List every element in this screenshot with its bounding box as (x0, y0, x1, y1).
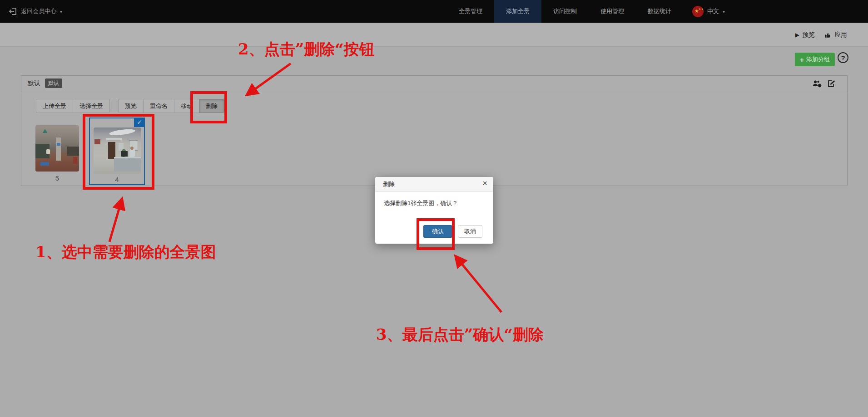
top-navbar: 返回会员中心 ▾ 全景管理 添加全景 访问控制 使用管理 数据统计 ★ ★★ 中… (0, 0, 868, 23)
main-nav: 全景管理 添加全景 访问控制 使用管理 数据统计 ★ ★★ 中文 ▾ (447, 0, 731, 23)
thumbnail-label: 4 (90, 176, 144, 183)
annotation-step1-text: 1、选中需要删除的全景图 (35, 242, 216, 263)
panorama-image-5[interactable] (35, 125, 79, 172)
play-icon: ▶ (795, 32, 799, 38)
back-to-member-center[interactable]: 返回会员中心 ▾ (8, 0, 62, 23)
panorama-toolbar: 上传全景 选择全景 预览 重命名 移动 删除 (36, 99, 224, 113)
arrow-to-confirm (456, 257, 501, 312)
group-default-badge: 默认 (45, 78, 62, 88)
secondary-toolbar: ▶ 预览 应用 (0, 23, 868, 47)
select-panorama-button[interactable]: 选择全景 (73, 99, 110, 113)
modal-title: 删除 (383, 180, 395, 188)
modal-body-text: 选择删除1张全景图，确认？ (375, 192, 493, 207)
panorama-thumbnail-4-selected[interactable]: ✓ 4 (89, 118, 145, 185)
rename-button[interactable]: 重命名 (143, 99, 174, 113)
caret-down-icon: ▾ (60, 9, 62, 14)
delete-button[interactable]: 删除 (199, 99, 224, 113)
delete-confirm-modal: 删除 × 选择删除1张全景图，确认？ 确认 取消 (375, 177, 493, 244)
toolbar-group-add: 上传全景 选择全景 (36, 99, 110, 113)
group-panel-default: 默认 默认 (21, 75, 848, 186)
back-label: 返回会员中心 (21, 7, 56, 15)
group-panel-header: 默认 默认 (21, 76, 847, 91)
cancel-button[interactable]: 取消 (458, 225, 482, 238)
plus-icon: + (800, 56, 804, 64)
confirm-button[interactable]: 确认 (423, 225, 452, 238)
preview-button[interactable]: 预览 (118, 99, 144, 113)
panorama-thumbnail-5[interactable]: 5 (35, 125, 79, 182)
help-button[interactable]: ? (838, 52, 848, 63)
add-group-label: 添加分组 (806, 55, 830, 64)
modal-header: 删除 × (375, 177, 493, 192)
nav-item-panorama-manage[interactable]: 全景管理 (447, 0, 494, 23)
nav-item-access-control[interactable]: 访问控制 (541, 0, 589, 23)
china-flag-icon: ★ ★★ (692, 6, 704, 17)
selected-check-icon[interactable]: ✓ (134, 118, 145, 127)
exit-left-icon (8, 7, 17, 16)
preview-action[interactable]: ▶ 预览 (795, 31, 815, 39)
nav-item-add-panorama[interactable]: 添加全景 (494, 0, 541, 23)
caret-down-icon: ▾ (723, 9, 725, 14)
apply-label: 应用 (834, 31, 847, 39)
nav-item-statistics[interactable]: 数据统计 (636, 0, 683, 23)
group-members-settings-icon[interactable] (812, 80, 822, 88)
language-label: 中文 (707, 7, 719, 15)
panorama-image-4[interactable] (94, 128, 141, 174)
thumbs-up-icon (824, 31, 832, 39)
close-icon[interactable]: × (482, 179, 487, 187)
edit-group-icon[interactable] (828, 80, 835, 88)
apply-action[interactable]: 应用 (824, 31, 847, 39)
annotation-step3-text: 3、最后点击”确认“删除 (376, 324, 544, 345)
upload-panorama-button[interactable]: 上传全景 (36, 99, 73, 113)
arrow-to-thumbnail (109, 200, 122, 242)
thumbnail-label: 5 (35, 174, 79, 182)
move-button[interactable]: 移动 (174, 99, 199, 113)
toolbar-group-actions: 预览 重命名 移动 删除 (118, 99, 224, 113)
preview-label: 预览 (802, 31, 815, 39)
app-screen: 返回会员中心 ▾ 全景管理 添加全景 访问控制 使用管理 数据统计 ★ ★★ 中… (0, 0, 868, 417)
nav-item-usage-manage[interactable]: 使用管理 (589, 0, 636, 23)
language-selector[interactable]: ★ ★★ 中文 ▾ (683, 0, 731, 23)
modal-footer: 确认 取消 (423, 225, 482, 238)
group-title: 默认 (28, 79, 40, 88)
add-group-button[interactable]: + 添加分组 (795, 53, 835, 66)
